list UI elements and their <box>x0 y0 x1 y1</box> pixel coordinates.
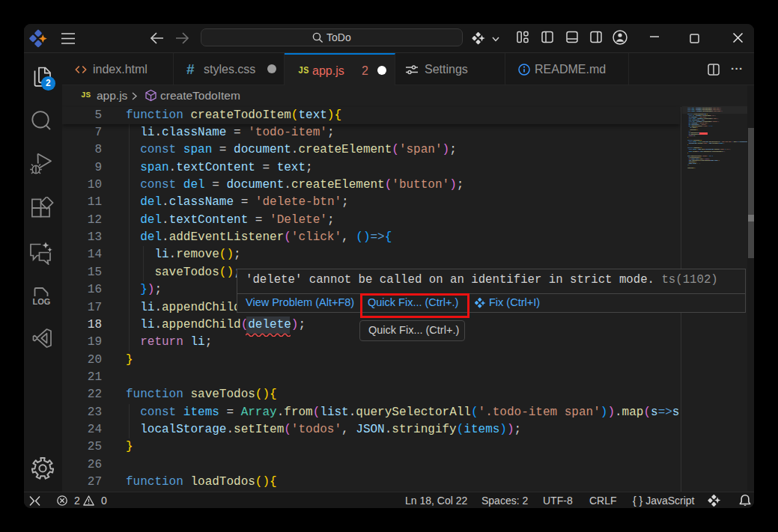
svg-text:LOG: LOG <box>33 297 51 306</box>
